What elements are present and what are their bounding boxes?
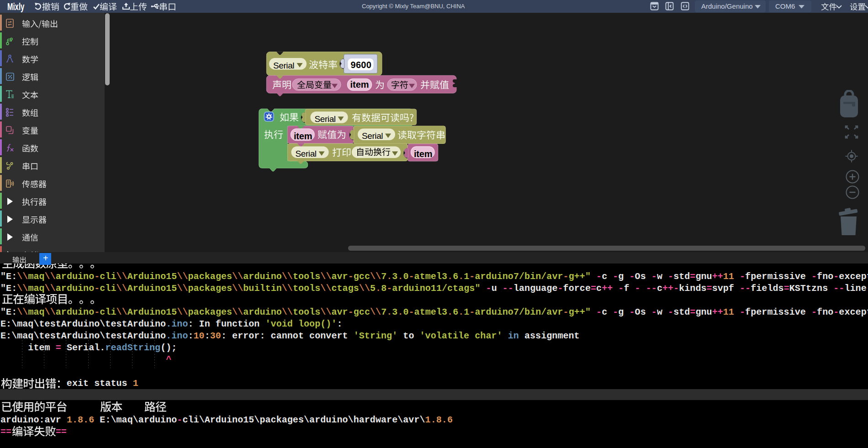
svg-text:item: item xyxy=(350,79,369,90)
